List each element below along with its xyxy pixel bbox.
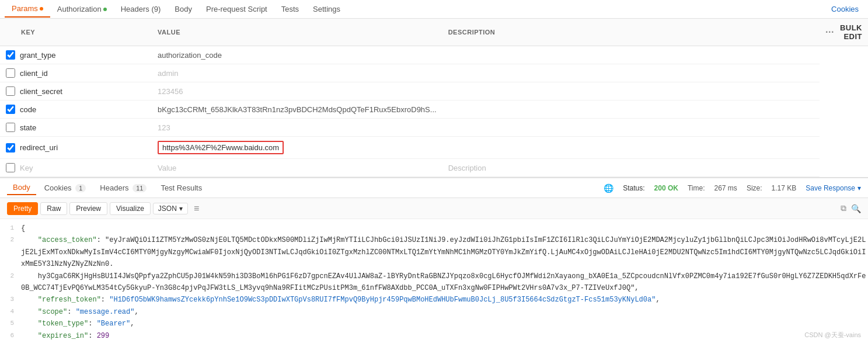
code-toolbar: Pretty Raw Preview Visualize JSON ▾ ≡ ⧉ … (0, 198, 868, 219)
visualize-button[interactable]: Visualize (110, 202, 151, 215)
table-row: state123 (0, 119, 868, 137)
resp-cookies-label: Cookies (44, 183, 72, 192)
key-text: redirect_uri (20, 143, 58, 152)
line-content: { (21, 223, 868, 234)
line-number: 2 (0, 234, 21, 270)
status-value: 200 OK (654, 184, 678, 192)
raw-button[interactable]: Raw (40, 202, 67, 215)
table-row: grant_typeauthorization_code (0, 46, 868, 64)
copy-icon[interactable]: ⧉ (841, 203, 846, 213)
params-section: KEY VALUE DESCRIPTION ··· Bulk Edit gran… (0, 19, 868, 177)
desc-cell (442, 137, 820, 159)
resp-headers-label: Headers (100, 183, 128, 192)
value-cell: admin (152, 64, 442, 82)
authorization-dot (103, 8, 107, 11)
code-line: 2 "access_token": "eyJraWQiOiI1ZTM5YzMwO… (0, 234, 868, 270)
code-line: 6 "expires_in": 299 (0, 330, 868, 342)
pretty-button[interactable]: Pretty (7, 202, 38, 215)
table-row: client_idadmin (0, 64, 868, 82)
cookies-link[interactable]: Cookies (827, 1, 863, 17)
code-line: 1{ (0, 223, 868, 234)
key-text: state (20, 123, 36, 132)
resp-testresults-label: Test Results (161, 183, 202, 192)
tab-prerequest-label: Pre-request Script (206, 5, 267, 13)
key-cell: client_secret (0, 82, 152, 101)
resp-tab-headers[interactable]: Headers 11 (94, 181, 152, 195)
tab-tests[interactable]: Tests (274, 1, 306, 17)
tab-bar: Params Authorization Headers (9) Body Pr… (0, 0, 868, 19)
key-text: client_id (20, 69, 48, 78)
size-value: 1.17 KB (772, 184, 797, 192)
time-label: Time: (688, 184, 705, 192)
key-text: Key (20, 164, 33, 172)
value-cell: 123 (152, 119, 442, 137)
value-text: admin (158, 69, 178, 78)
globe-icon[interactable]: 🌐 (604, 183, 613, 193)
tab-headers[interactable]: Headers (9) (114, 1, 168, 17)
value-cell: authorization_code (152, 46, 442, 64)
preview-button[interactable]: Preview (69, 202, 107, 215)
resp-tab-cookies[interactable]: Cookies 1 (39, 181, 92, 195)
row-checkbox[interactable] (6, 68, 15, 78)
tab-authorization[interactable]: Authorization (50, 1, 114, 17)
search-icon[interactable]: 🔍 (851, 204, 861, 213)
resp-body-label: Body (13, 183, 30, 192)
format-select[interactable]: JSON ▾ (153, 203, 188, 214)
line-number: 1 (0, 223, 21, 234)
value-cell: bKgc13cCRMt_658JKlkA3T83tRn1nz3pvBDCH2Md… (152, 101, 442, 119)
headers-badge: 11 (133, 184, 147, 192)
bulk-edit-button[interactable]: Bulk Edit (840, 23, 862, 41)
resp-tab-body[interactable]: Body (7, 181, 36, 195)
key-text: code (20, 105, 36, 114)
save-response-button[interactable]: Save Response ▾ (806, 184, 861, 192)
more-options-icon[interactable]: ··· (825, 27, 834, 37)
key-cell: grant_type (0, 46, 152, 64)
cookies-badge: 1 (75, 184, 86, 192)
value-cell: Value (152, 159, 442, 177)
line-number: 2 (0, 271, 21, 295)
row-checkbox[interactable] (6, 163, 15, 172)
row-checkbox[interactable] (6, 105, 15, 114)
key-cell: state (0, 119, 152, 137)
line-content: "refresh_token": "H1D6fO5bWK9hamwsZYcekk… (21, 294, 868, 306)
value-text: authorization_code (158, 51, 222, 60)
key-cell: code (0, 101, 152, 119)
status-label: Status: (623, 184, 644, 192)
line-content: hy3CgaC6RKjHgHsBU1I4JWsQPpfya2ZphCU5pJ01… (21, 271, 868, 295)
row-checkbox[interactable] (6, 50, 15, 60)
resp-tab-testresults[interactable]: Test Results (155, 181, 208, 195)
format-chevron-icon: ▾ (179, 205, 183, 213)
tab-body[interactable]: Body (168, 1, 199, 17)
value-text: bKgc13cCRMt_658JKlkA3T83tRn1nz3pvBDCH2Md… (158, 105, 437, 114)
tab-authorization-label: Authorization (57, 5, 102, 13)
key-cell: client_id (0, 64, 152, 82)
table-row: codebKgc13cCRMt_658JKlkA3T83tRn1nz3pvBDC… (0, 101, 868, 119)
tab-prerequest[interactable]: Pre-request Script (199, 1, 274, 17)
table-row: client_secret123456 (0, 82, 868, 101)
time-value: 267 ms (714, 184, 737, 192)
row-checkbox[interactable] (6, 143, 15, 153)
tab-settings[interactable]: Settings (306, 1, 347, 17)
desc-cell (442, 101, 820, 119)
desc-cell (442, 64, 820, 82)
col-header-value: VALUE (152, 19, 442, 46)
tab-params[interactable]: Params (5, 1, 50, 18)
line-content: "scope": "message.read", (21, 306, 868, 318)
line-number: 5 (0, 318, 21, 330)
line-number: 4 (0, 306, 21, 318)
row-checkbox[interactable] (6, 86, 15, 96)
params-table: KEY VALUE DESCRIPTION ··· Bulk Edit gran… (0, 19, 868, 177)
response-bar: Body Cookies 1 Headers 11 Test Results 🌐… (0, 177, 868, 198)
wrap-icon[interactable]: ≡ (194, 203, 199, 214)
key-text: grant_type (20, 51, 55, 60)
row-checkbox[interactable] (6, 123, 15, 132)
col-header-desc: DESCRIPTION (442, 19, 820, 46)
col-header-actions: ··· Bulk Edit (820, 19, 868, 46)
watermark: CSDN @天蚕-vains (804, 331, 861, 339)
tab-headers-label: Headers (9) (121, 5, 161, 13)
desc-cell (442, 82, 820, 101)
code-body: 1{2 "access_token": "eyJraWQiOiI1ZTM5YzM… (0, 219, 868, 342)
key-text: client_secret (20, 87, 62, 96)
table-row: KeyValueDescription (0, 159, 868, 177)
line-content: "expires_in": 299 (21, 330, 868, 342)
